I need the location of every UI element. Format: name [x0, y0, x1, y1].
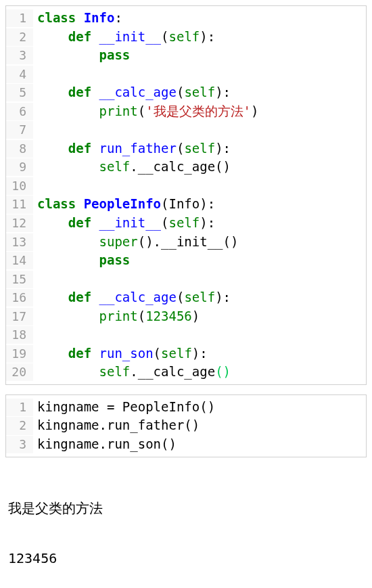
token: )	[223, 364, 231, 379]
token: (	[154, 346, 161, 361]
token: .__calc_age	[130, 364, 215, 379]
code-content: pass	[33, 251, 130, 270]
token: __calc_age	[99, 290, 177, 304]
line-number: 15	[6, 271, 33, 288]
code-content: print(123456)	[33, 307, 200, 326]
token: def	[68, 85, 99, 99]
code-content: def __init__(self):	[33, 214, 215, 233]
code-line: 2kingname.run_father()	[6, 416, 366, 435]
token	[37, 104, 99, 118]
token: print	[99, 309, 138, 323]
code-line: 1kingname = PeopleInfo()	[6, 398, 366, 417]
token: PeopleInfo	[84, 196, 161, 211]
output-line: 123456	[8, 550, 364, 566]
token: (	[161, 29, 168, 44]
token: __init__	[99, 215, 162, 230]
code-content: class Info:	[33, 9, 122, 28]
token: (	[138, 309, 145, 323]
line-number: 2	[6, 28, 33, 46]
token: __init__	[99, 29, 162, 44]
line-number: 13	[6, 233, 33, 251]
token: def	[68, 141, 99, 156]
code-line: 18	[6, 325, 366, 344]
token: '我是父类的方法'	[145, 104, 251, 118]
token	[37, 364, 99, 379]
token: self	[99, 159, 131, 174]
token: (	[177, 290, 184, 304]
token	[37, 141, 68, 156]
token	[37, 234, 99, 249]
code-line: 13 super().__init__()	[6, 233, 366, 252]
token: pass	[99, 47, 131, 62]
token	[37, 346, 68, 361]
code-content	[33, 325, 45, 344]
code-content: print('我是父类的方法')	[33, 102, 259, 121]
token: __calc_age	[99, 85, 177, 99]
line-number: 4	[6, 66, 33, 83]
code-content: kingname = PeopleInfo()	[33, 398, 215, 417]
code-line: 16 def __calc_age(self):	[6, 288, 366, 307]
line-number: 14	[6, 252, 33, 269]
token: ):	[192, 346, 208, 361]
token: self	[161, 346, 192, 361]
code-content: def __calc_age(self):	[33, 288, 231, 307]
code-line: 15	[6, 270, 366, 289]
token: print	[99, 104, 138, 118]
line-number: 17	[6, 308, 33, 325]
code-line: 14 pass	[6, 251, 366, 270]
code-line: 20 self.__calc_age()	[6, 363, 366, 382]
code-block-2: 1kingname = PeopleInfo()2kingname.run_fa…	[5, 394, 367, 457]
line-number: 2	[6, 417, 33, 434]
code-content: self.__calc_age()	[33, 363, 231, 382]
token	[37, 252, 99, 267]
token: def	[68, 215, 99, 230]
token: pass	[99, 252, 131, 267]
code-line: 11class PeopleInfo(Info):	[6, 195, 366, 214]
line-number: 3	[6, 47, 33, 64]
code-line: 6 print('我是父类的方法')	[6, 102, 366, 121]
token	[37, 85, 68, 99]
code-content: super().__init__()	[33, 233, 238, 252]
token: ):	[215, 141, 231, 156]
token: self	[169, 215, 200, 230]
token: ):	[215, 85, 231, 99]
token: self	[184, 290, 215, 304]
line-number: 19	[6, 345, 33, 363]
line-number: 11	[6, 196, 33, 213]
code-line: 3 pass	[6, 46, 366, 65]
token: class	[37, 196, 84, 211]
code-line: 10	[6, 177, 366, 196]
code-content: self.__calc_age()	[33, 158, 231, 177]
line-number: 7	[6, 121, 33, 139]
code-content: class PeopleInfo(Info):	[33, 195, 215, 214]
token: super	[99, 234, 138, 249]
code-block-1: 1class Info:2 def __init__(self):3 pass4…	[5, 5, 367, 385]
code-line: 4	[6, 65, 366, 84]
token	[37, 215, 68, 230]
code-content: def __init__(self):	[33, 28, 215, 47]
line-number: 8	[6, 140, 33, 158]
line-number: 1	[6, 9, 33, 27]
token: def	[68, 346, 99, 361]
code-line: 3kingname.run_son()	[6, 435, 366, 454]
code-content	[33, 177, 45, 196]
code-content: pass	[33, 46, 130, 65]
code-content: kingname.run_father()	[33, 416, 200, 435]
token	[37, 29, 68, 44]
token: ):	[200, 215, 215, 230]
code-content	[33, 120, 45, 139]
token: Info	[84, 10, 115, 25]
code-line: 1class Info:	[6, 9, 366, 28]
token	[37, 290, 68, 304]
code-line: 17 print(123456)	[6, 307, 366, 326]
line-number: 1	[6, 399, 33, 416]
output-area: 我是父类的方法 123456	[5, 467, 367, 583]
code-line: 5 def __calc_age(self):	[6, 83, 366, 102]
code-line: 8 def run_father(self):	[6, 139, 366, 158]
token: kingname.run_son()	[37, 436, 177, 451]
token: (	[215, 364, 223, 379]
token: ().__init__()	[138, 234, 239, 249]
token: self	[184, 141, 215, 156]
token: kingname.run_father()	[37, 417, 200, 432]
token: .__calc_age()	[130, 159, 231, 174]
